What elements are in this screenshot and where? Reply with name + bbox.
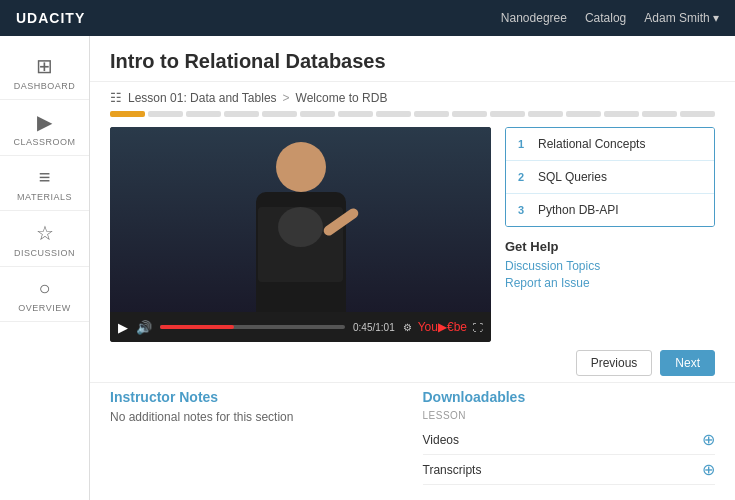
sidebar-item-label: OVERVIEW	[18, 303, 70, 313]
progress-segment	[262, 111, 297, 117]
download-transcripts-label: Transcripts	[423, 463, 482, 477]
progress-segment	[376, 111, 411, 117]
topic-item-3[interactable]: 3 Python DB-API	[506, 194, 714, 226]
nanodegree-link[interactable]: Nanodegree	[501, 11, 567, 25]
breadcrumb-current: Welcome to RDB	[296, 91, 388, 105]
sidebar-item-materials[interactable]: ≡ MATERIALS	[0, 156, 89, 211]
catalog-link[interactable]: Catalog	[585, 11, 626, 25]
topic-label: Python DB-API	[538, 203, 619, 217]
volume-icon[interactable]: 🔊	[136, 320, 152, 335]
get-help-panel: Get Help Discussion Topics Report an Iss…	[505, 239, 715, 293]
dashboard-icon: ⊞	[36, 54, 53, 78]
brand-logo: UDACITY	[16, 10, 85, 26]
breadcrumb-separator: >	[283, 91, 290, 105]
video-time: 0:45/1:01	[353, 322, 395, 333]
download-transcripts: Transcripts ⊕	[423, 455, 716, 485]
progress-segment	[452, 111, 487, 117]
next-button[interactable]: Next	[660, 350, 715, 376]
video-controls: ▶ 🔊 0:45/1:01 ⚙ You▶€be ⛶	[110, 312, 491, 342]
progress-segment	[604, 111, 639, 117]
video-thumbnail	[110, 127, 491, 312]
progress-segment	[300, 111, 335, 117]
progress-segment	[490, 111, 525, 117]
video-ctrl-icons: ⚙ You▶€be ⛶	[403, 320, 483, 334]
progress-segment	[186, 111, 221, 117]
sidebar-item-classroom[interactable]: ▶ CLASSROOM	[0, 100, 89, 156]
video-progress-fill	[160, 325, 234, 329]
downloadables-section-label: LESSON	[423, 410, 716, 421]
topic-label: SQL Queries	[538, 170, 607, 184]
progress-bar	[90, 105, 735, 121]
nav-buttons: Previous Next	[90, 350, 735, 382]
sidebar-item-label: DASHBOARD	[14, 81, 76, 91]
person-body	[256, 192, 346, 312]
sidebar-item-overview[interactable]: ○ OVERVIEW	[0, 267, 89, 322]
instructor-figure	[236, 137, 366, 312]
user-menu[interactable]: Adam Smith ▾	[644, 11, 719, 25]
main-layout: ⊞ DASHBOARD ▶ CLASSROOM ≡ MATERIALS ☆ DI…	[0, 36, 735, 500]
progress-segment	[338, 111, 373, 117]
video-player: ▶ 🔊 0:45/1:01 ⚙ You▶€be ⛶	[110, 127, 491, 342]
breadcrumb-lesson[interactable]: Lesson 01: Data and Tables	[128, 91, 277, 105]
sidebar-item-dashboard[interactable]: ⊞ DASHBOARD	[0, 44, 89, 100]
previous-button[interactable]: Previous	[576, 350, 653, 376]
instructor-notes: Instructor Notes No additional notes for…	[110, 389, 403, 485]
topic-label: Relational Concepts	[538, 137, 645, 151]
topic-number: 3	[518, 204, 530, 216]
discussion-topics-link[interactable]: Discussion Topics	[505, 259, 715, 273]
sidebar-item-label: MATERIALS	[17, 192, 72, 202]
topic-item-1[interactable]: 1 Relational Concepts	[506, 128, 714, 161]
sidebar-item-label: DISCUSSION	[14, 248, 75, 258]
page-header: Intro to Relational Databases	[90, 36, 735, 82]
progress-segment	[224, 111, 259, 117]
sidebar-item-label: CLASSROOM	[13, 137, 75, 147]
video-progress-bar[interactable]	[160, 325, 345, 329]
report-issue-link[interactable]: Report an Issue	[505, 276, 715, 290]
progress-segment	[566, 111, 601, 117]
settings-icon[interactable]: ⚙	[403, 322, 412, 333]
youtube-icon[interactable]: You▶€be	[418, 320, 467, 334]
instructor-notes-body: No additional notes for this section	[110, 410, 403, 424]
progress-segment	[680, 111, 715, 117]
topic-number: 2	[518, 171, 530, 183]
discussion-icon: ☆	[36, 221, 54, 245]
overview-icon: ○	[38, 277, 50, 300]
progress-segment	[414, 111, 449, 117]
breadcrumb: ☷ Lesson 01: Data and Tables > Welcome t…	[90, 82, 735, 105]
materials-icon: ≡	[39, 166, 51, 189]
progress-segment-active	[110, 111, 145, 117]
bottom-sections: Instructor Notes No additional notes for…	[90, 382, 735, 495]
download-videos: Videos ⊕	[423, 425, 716, 455]
lesson-panel: 1 Relational Concepts 2 SQL Queries 3 Py…	[505, 127, 715, 342]
download-videos-label: Videos	[423, 433, 459, 447]
downloadables: Downloadables LESSON Videos ⊕ Transcript…	[423, 389, 716, 485]
breadcrumb-icon: ☷	[110, 90, 122, 105]
sidebar: ⊞ DASHBOARD ▶ CLASSROOM ≡ MATERIALS ☆ DI…	[0, 36, 90, 500]
instructor-notes-title: Instructor Notes	[110, 389, 403, 405]
progress-segment	[528, 111, 563, 117]
page-title: Intro to Relational Databases	[110, 50, 715, 73]
classroom-icon: ▶	[37, 110, 52, 134]
top-navigation: UDACITY Nanodegree Catalog Adam Smith ▾	[0, 0, 735, 36]
get-help-title: Get Help	[505, 239, 715, 254]
sidebar-item-discussion[interactable]: ☆ DISCUSSION	[0, 211, 89, 267]
play-button[interactable]: ▶	[118, 320, 128, 335]
person-head	[276, 142, 326, 192]
lesson-area: ▶ 🔊 0:45/1:01 ⚙ You▶€be ⛶	[90, 121, 735, 350]
topic-number: 1	[518, 138, 530, 150]
progress-segment	[642, 111, 677, 117]
topic-item-2[interactable]: 2 SQL Queries	[506, 161, 714, 194]
downloadables-title: Downloadables	[423, 389, 716, 405]
lesson-topics: 1 Relational Concepts 2 SQL Queries 3 Py…	[505, 127, 715, 227]
fullscreen-icon[interactable]: ⛶	[473, 322, 483, 333]
download-transcripts-icon[interactable]: ⊕	[702, 460, 715, 479]
progress-segment	[148, 111, 183, 117]
topnav-links: Nanodegree Catalog Adam Smith ▾	[501, 11, 719, 25]
content-area: Intro to Relational Databases ☷ Lesson 0…	[90, 36, 735, 500]
download-videos-icon[interactable]: ⊕	[702, 430, 715, 449]
